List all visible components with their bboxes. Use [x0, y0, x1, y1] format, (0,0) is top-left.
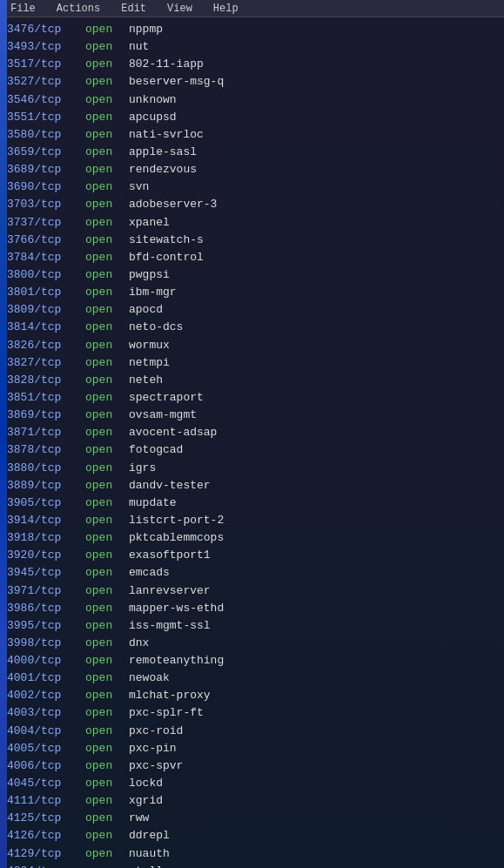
menu-actions[interactable]: Actions — [53, 2, 104, 16]
port-state: open — [85, 91, 129, 109]
port-service: nppmp — [129, 21, 163, 38]
table-row: 3766/tcpopensitewatch-s — [7, 232, 497, 249]
menu-help[interactable]: Help — [210, 2, 242, 16]
port-number: 3880/tcp — [7, 460, 85, 477]
port-number: 3476/tcp — [7, 21, 85, 38]
port-service: avocent-adsap — [129, 424, 217, 441]
port-service: xpanel — [129, 214, 170, 232]
port-service: pxc-splr-ft — [129, 704, 204, 722]
table-row: 3869/tcpopenovsam-mgmt — [7, 407, 497, 424]
port-number: 3918/tcp — [7, 529, 85, 547]
port-number: 3690/tcp — [7, 178, 85, 196]
table-row: 3880/tcpopenigrs — [7, 460, 497, 477]
port-list: 3476/tcpopennppmp3493/tcpopennut3517/tcp… — [0, 17, 504, 868]
port-service: wormux — [129, 337, 170, 354]
table-row: 4000/tcpopenremoteanything — [7, 652, 497, 670]
port-state: open — [85, 635, 129, 652]
port-service: fotogcad — [129, 441, 183, 459]
port-state: open — [85, 495, 129, 512]
port-number: 4126/tcp — [7, 827, 85, 844]
port-service: iss-mgmt-ssl — [129, 617, 211, 635]
port-state: open — [85, 126, 129, 144]
table-row: 4045/tcpopenlockd — [7, 775, 497, 792]
menu-file[interactable]: File — [7, 2, 39, 16]
port-number: 3905/tcp — [7, 495, 85, 512]
port-number: 3517/tcp — [7, 56, 85, 73]
port-service: svn — [129, 178, 149, 196]
port-state: open — [85, 723, 129, 740]
port-number: 3493/tcp — [7, 38, 85, 56]
table-row: 4003/tcpopenpxc-splr-ft — [7, 704, 497, 722]
table-row: 3995/tcpopeniss-mgmt-ssl — [7, 617, 497, 635]
port-service: pxc-roid — [129, 723, 183, 740]
table-row: 3918/tcpopenpktcablemmcops — [7, 529, 497, 547]
port-number: 3703/tcp — [7, 196, 85, 213]
port-number: 4003/tcp — [7, 704, 85, 722]
port-state: open — [85, 389, 129, 407]
port-number: 3826/tcp — [7, 337, 85, 354]
port-service: lanrevserver — [129, 582, 211, 600]
port-number: 3828/tcp — [7, 372, 85, 389]
port-service: pktcablemmcops — [129, 529, 224, 547]
table-row: 3580/tcpopennati-svrloc — [7, 126, 497, 144]
table-row: 3971/tcpopenlanrevserver — [7, 582, 497, 600]
table-row: 3476/tcpopennppmp — [7, 21, 497, 38]
port-service: unknown — [129, 91, 177, 109]
table-row: 4125/tcpopenrww — [7, 810, 497, 827]
table-row: 3703/tcpopenadobeserver-3 — [7, 196, 497, 213]
table-row: 3737/tcpopenxpanel — [7, 214, 497, 232]
port-state: open — [85, 704, 129, 722]
table-row: 3945/tcpopenemcads — [7, 564, 497, 582]
table-row: 3914/tcpopenlistcrt-port-2 — [7, 512, 497, 529]
port-service: newoak — [129, 670, 170, 687]
port-number: 3914/tcp — [7, 512, 85, 529]
table-row: 4129/tcpopennuauth — [7, 845, 497, 863]
port-service: igrs — [129, 460, 156, 477]
menu-edit[interactable]: Edit — [118, 2, 150, 16]
port-number: 4224/tcp — [7, 863, 85, 868]
port-number: 3659/tcp — [7, 144, 85, 161]
port-service: exasoftport1 — [129, 547, 211, 564]
port-service: mapper-ws-ethd — [129, 600, 224, 617]
port-state: open — [85, 792, 129, 810]
port-service: neteh — [129, 372, 163, 389]
table-row: 3889/tcpopendandv-tester — [7, 477, 497, 495]
table-row: 4111/tcpopenxgrid — [7, 792, 497, 810]
port-service: netmpi — [129, 354, 170, 372]
port-number: 3827/tcp — [7, 354, 85, 372]
port-service: ddrepl — [129, 827, 170, 844]
port-state: open — [85, 617, 129, 635]
port-number: 4000/tcp — [7, 652, 85, 670]
port-service: spectraport — [129, 389, 204, 407]
menu-view[interactable]: View — [164, 2, 196, 16]
port-state: open — [85, 460, 129, 477]
port-number: 3871/tcp — [7, 424, 85, 441]
port-number: 3851/tcp — [7, 389, 85, 407]
table-row: 3784/tcpopenbfd-control — [7, 249, 497, 266]
port-number: 4004/tcp — [7, 723, 85, 740]
port-service: adobeserver-3 — [129, 196, 217, 213]
port-state: open — [85, 354, 129, 372]
port-service: 802-11-iapp — [129, 56, 204, 73]
port-service: emcads — [129, 564, 170, 582]
port-state: open — [85, 301, 129, 319]
port-service: ibm-mgr — [129, 284, 177, 301]
table-row: 3851/tcpopenspectraport — [7, 389, 497, 407]
port-state: open — [85, 477, 129, 495]
port-state: open — [85, 600, 129, 617]
table-row: 4002/tcpopenmlchat-proxy — [7, 687, 497, 704]
table-row: 3871/tcpopenavocent-adsap — [7, 424, 497, 441]
port-number: 4006/tcp — [7, 757, 85, 775]
port-state: open — [85, 670, 129, 687]
menubar: File Actions Edit View Help — [0, 0, 504, 17]
table-row: 3905/tcpopenmupdate — [7, 495, 497, 512]
table-row: 3690/tcpopensvn — [7, 178, 497, 196]
table-row: 3814/tcpopenneto-dcs — [7, 319, 497, 336]
port-state: open — [85, 109, 129, 126]
port-service: rww — [129, 810, 149, 827]
port-number: 3800/tcp — [7, 266, 85, 284]
port-state: open — [85, 232, 129, 249]
port-number: 3809/tcp — [7, 301, 85, 319]
port-service: dandv-tester — [129, 477, 211, 495]
port-service: xtell — [129, 863, 163, 868]
